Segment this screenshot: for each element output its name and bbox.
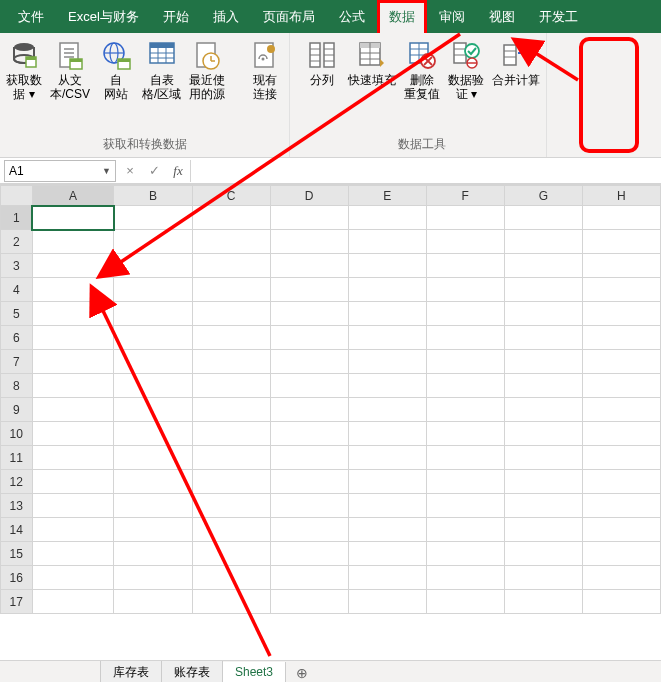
cell[interactable] xyxy=(114,422,192,446)
cell[interactable] xyxy=(270,494,348,518)
row-header[interactable]: 13 xyxy=(1,494,33,518)
cell[interactable] xyxy=(270,326,348,350)
cell[interactable] xyxy=(504,566,582,590)
cell[interactable] xyxy=(504,446,582,470)
cell[interactable] xyxy=(348,326,426,350)
cell[interactable] xyxy=(32,302,114,326)
cell[interactable] xyxy=(32,326,114,350)
cell[interactable] xyxy=(192,494,270,518)
row-header[interactable]: 11 xyxy=(1,446,33,470)
cell[interactable] xyxy=(114,566,192,590)
flash-fill-button[interactable]: 快速填充 xyxy=(344,37,400,103)
menu-tab-data[interactable]: 数据 xyxy=(377,0,427,34)
cell[interactable] xyxy=(270,278,348,302)
cell[interactable] xyxy=(114,398,192,422)
consolidate-button[interactable]: 合并计算 xyxy=(488,37,544,103)
cell[interactable] xyxy=(192,470,270,494)
cell[interactable] xyxy=(348,278,426,302)
menu-tab-home[interactable]: 开始 xyxy=(151,0,201,34)
cell[interactable] xyxy=(32,494,114,518)
cell[interactable] xyxy=(504,518,582,542)
row-header[interactable]: 1 xyxy=(1,206,33,230)
cell[interactable] xyxy=(192,206,270,230)
cell[interactable] xyxy=(582,302,660,326)
menu-tab-dev[interactable]: 开发工 xyxy=(527,0,590,34)
cell[interactable] xyxy=(582,254,660,278)
cell[interactable] xyxy=(32,446,114,470)
cell[interactable] xyxy=(582,422,660,446)
cell[interactable] xyxy=(582,350,660,374)
cell[interactable] xyxy=(192,398,270,422)
row-header[interactable]: 14 xyxy=(1,518,33,542)
cell[interactable] xyxy=(114,494,192,518)
cell[interactable] xyxy=(582,518,660,542)
col-header-H[interactable]: H xyxy=(582,186,660,206)
cell[interactable] xyxy=(582,398,660,422)
cell[interactable] xyxy=(504,422,582,446)
cell[interactable] xyxy=(348,494,426,518)
cell[interactable] xyxy=(32,374,114,398)
cell[interactable] xyxy=(348,566,426,590)
add-sheet-button[interactable]: ⊕ xyxy=(291,664,313,682)
cell[interactable] xyxy=(504,374,582,398)
cell[interactable] xyxy=(270,302,348,326)
existing-connections-button[interactable]: 现有连接 xyxy=(243,37,287,103)
row-header[interactable]: 17 xyxy=(1,590,33,614)
cell[interactable] xyxy=(426,230,504,254)
cell[interactable] xyxy=(270,446,348,470)
col-header-F[interactable]: F xyxy=(426,186,504,206)
row-header[interactable]: 9 xyxy=(1,398,33,422)
from-web-button[interactable]: 自网站 xyxy=(94,37,138,103)
cell[interactable] xyxy=(114,518,192,542)
col-header-E[interactable]: E xyxy=(348,186,426,206)
from-text-csv-button[interactable]: 从文本/CSV xyxy=(46,37,94,103)
data-validation-button[interactable]: 数据验证 ▾ xyxy=(444,37,488,103)
name-box-dropdown-icon[interactable]: ▼ xyxy=(102,166,111,176)
cell[interactable] xyxy=(582,494,660,518)
col-header-D[interactable]: D xyxy=(270,186,348,206)
cell[interactable] xyxy=(504,542,582,566)
cell[interactable] xyxy=(426,446,504,470)
cell[interactable] xyxy=(270,422,348,446)
cell[interactable] xyxy=(114,590,192,614)
cell[interactable] xyxy=(192,230,270,254)
cell[interactable] xyxy=(114,470,192,494)
cell[interactable] xyxy=(504,590,582,614)
cell[interactable] xyxy=(270,206,348,230)
name-box[interactable]: A1 ▼ xyxy=(4,160,116,182)
formula-input[interactable] xyxy=(190,160,661,182)
cell[interactable] xyxy=(192,422,270,446)
cell[interactable] xyxy=(348,470,426,494)
menu-tab-insert[interactable]: 插入 xyxy=(201,0,251,34)
cell[interactable] xyxy=(582,566,660,590)
cell[interactable] xyxy=(114,350,192,374)
cancel-button[interactable]: × xyxy=(118,160,142,182)
cell[interactable] xyxy=(504,278,582,302)
cell[interactable] xyxy=(32,590,114,614)
cell[interactable] xyxy=(32,230,114,254)
row-header[interactable]: 4 xyxy=(1,278,33,302)
cell[interactable] xyxy=(192,302,270,326)
cell[interactable] xyxy=(504,470,582,494)
cell[interactable] xyxy=(504,398,582,422)
fx-button[interactable]: fx xyxy=(166,160,190,182)
cell[interactable] xyxy=(504,254,582,278)
cell[interactable] xyxy=(192,326,270,350)
cell[interactable] xyxy=(582,590,660,614)
cell[interactable] xyxy=(32,422,114,446)
cell[interactable] xyxy=(582,374,660,398)
cell[interactable] xyxy=(426,398,504,422)
cell[interactable] xyxy=(504,302,582,326)
cell[interactable] xyxy=(348,542,426,566)
cell[interactable] xyxy=(32,470,114,494)
cell[interactable] xyxy=(426,494,504,518)
cell[interactable] xyxy=(348,398,426,422)
row-header[interactable]: 6 xyxy=(1,326,33,350)
cell[interactable] xyxy=(582,446,660,470)
cell[interactable] xyxy=(504,230,582,254)
col-header-A[interactable]: A xyxy=(32,186,114,206)
cell[interactable] xyxy=(348,518,426,542)
cell[interactable] xyxy=(270,566,348,590)
sheet-tab[interactable]: 库存表 xyxy=(100,661,162,683)
cell[interactable] xyxy=(582,326,660,350)
